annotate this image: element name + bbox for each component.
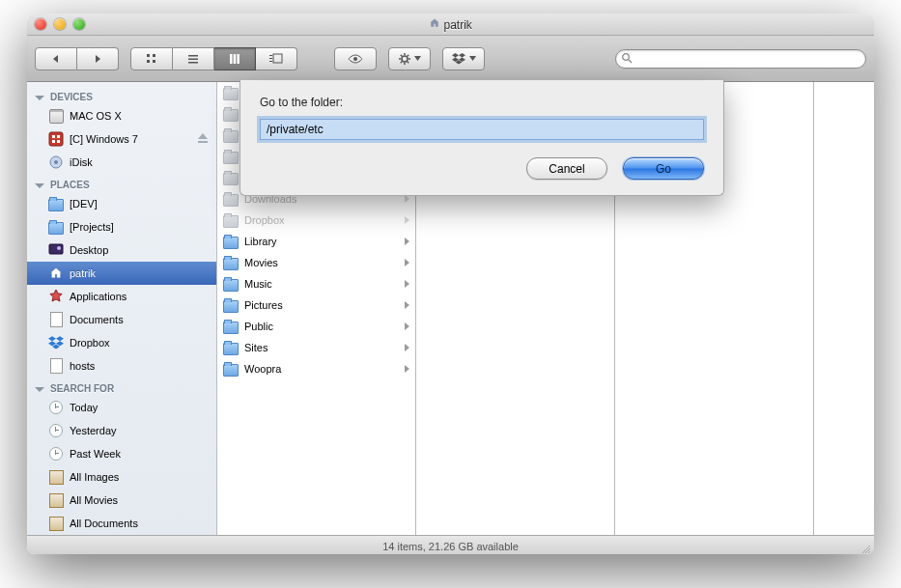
status-text: 14 items, 21.26 GB available [382,541,519,552]
sidebar-item-label: All Documents [70,518,138,529]
sidebar-section-header[interactable]: SEARCH FOR [27,378,216,396]
resize-grip[interactable] [859,543,871,554]
folder-icon [48,196,64,211]
svg-point-24 [623,53,630,60]
sidebar-item-label: [C] Windows 7 [70,133,138,145]
sidebar-item[interactable]: Past Week [27,442,216,465]
action-menu-button[interactable] [388,47,431,70]
search-input[interactable] [615,49,866,69]
clock-icon [48,400,64,415]
disclosure-triangle-icon [35,96,44,100]
toolbar [27,36,874,82]
list-view-button[interactable] [173,47,214,70]
sidebar-item[interactable]: All Movies [27,489,216,512]
svg-rect-6 [188,62,198,64]
sidebar-item-label: Documents [70,314,124,325]
sidebar-item[interactable]: Yesterday [27,419,216,442]
coverflow-view-button[interactable] [256,47,297,70]
finder-window: patrik [27,14,874,554]
sidebar[interactable]: DEVICESMAC OS X[C] Windows 7iDiskPLACES[… [27,82,217,535]
list-item[interactable]: Woopra [217,358,415,379]
smart-folder-icon [48,516,64,531]
sidebar-item-label: Past Week [70,448,121,460]
sidebar-item[interactable]: hosts [27,354,216,378]
list-item-label: Library [244,236,399,247]
idisk-icon [48,154,64,170]
sidebar-item[interactable]: iDisk [27,151,216,174]
sidebar-item[interactable]: patrik [27,262,216,285]
list-item-label: Sites [244,342,399,353]
windows-drive-icon [48,131,64,147]
clock-icon [48,423,64,438]
sidebar-item[interactable]: Desktop [27,238,216,262]
list-item-label: Woopra [244,363,399,375]
list-item[interactable]: Sites [217,337,415,358]
svg-rect-13 [273,54,282,63]
sidebar-item[interactable]: All Images [27,465,216,489]
dropbox-icon [48,335,64,350]
dropbox-menu-button[interactable] [442,47,485,70]
list-item-label: Dropbox [244,214,399,226]
list-item-label: Movies [244,257,399,268]
clock-icon [48,446,64,462]
sidebar-item[interactable]: [C] Windows 7 [27,127,216,151]
go-button[interactable]: Go [623,157,704,180]
column-4[interactable] [814,82,874,535]
svg-point-35 [57,246,61,250]
sidebar-item[interactable]: Today [27,396,216,419]
list-item-label: Public [244,321,399,332]
cancel-button[interactable]: Cancel [526,157,607,180]
sidebar-item[interactable]: MAC OS X [27,104,216,127]
svg-rect-11 [269,58,272,59]
column-view-button[interactable] [214,47,256,70]
zoom-button[interactable] [73,18,85,30]
forward-button[interactable] [77,47,119,70]
chevron-right-icon [405,365,409,373]
svg-line-22 [400,61,401,62]
sidebar-item[interactable]: Dropbox [27,331,216,354]
disclosure-triangle-icon [35,387,44,392]
sidebar-item-label: Applications [70,291,127,302]
chevron-right-icon [405,238,409,245]
folder-path-input[interactable] [260,119,704,140]
list-item-label: Music [244,278,399,290]
list-item[interactable]: Public [217,316,415,337]
sidebar-item[interactable]: [DEV] [27,192,216,215]
sidebar-item-label: [DEV] [70,198,98,210]
sidebar-item[interactable]: [Projects] [27,215,216,238]
document-icon [48,312,64,327]
svg-rect-31 [198,141,208,143]
sidebar-item-label: hosts [70,360,95,372]
chevron-right-icon [405,301,409,309]
minimize-button[interactable] [54,18,66,30]
dropbox-icon [452,53,465,65]
svg-rect-8 [234,54,237,64]
list-item[interactable]: Pictures [217,294,415,316]
icon-view-button[interactable] [130,47,173,70]
folder-icon [223,340,239,355]
list-item[interactable]: Music [217,273,415,294]
quicklook-button[interactable] [334,47,377,70]
list-item[interactable]: Movies [217,252,415,273]
sidebar-item[interactable]: All Documents [27,512,216,535]
status-bar: 14 items, 21.26 GB available [27,535,874,554]
list-item[interactable]: Dropbox [217,210,415,231]
folder-icon [223,191,239,207]
back-button[interactable] [35,47,77,70]
svg-line-20 [400,54,401,55]
sidebar-section-header[interactable]: PLACES [27,174,216,192]
folder-icon [223,297,239,313]
svg-point-14 [353,57,357,61]
close-button[interactable] [35,18,46,30]
chevron-right-icon [405,259,409,266]
list-item[interactable]: Library [217,231,415,252]
sidebar-item[interactable]: Documents [27,308,216,331]
folder-icon [223,234,239,249]
sidebar-section-header[interactable]: DEVICES [27,86,216,104]
svg-point-33 [54,160,58,164]
sidebar-item-label: iDisk [70,156,93,168]
chevron-right-icon [405,195,409,203]
search-icon [621,52,633,66]
eject-icon[interactable] [197,132,209,146]
sidebar-item[interactable]: Applications [27,285,216,308]
